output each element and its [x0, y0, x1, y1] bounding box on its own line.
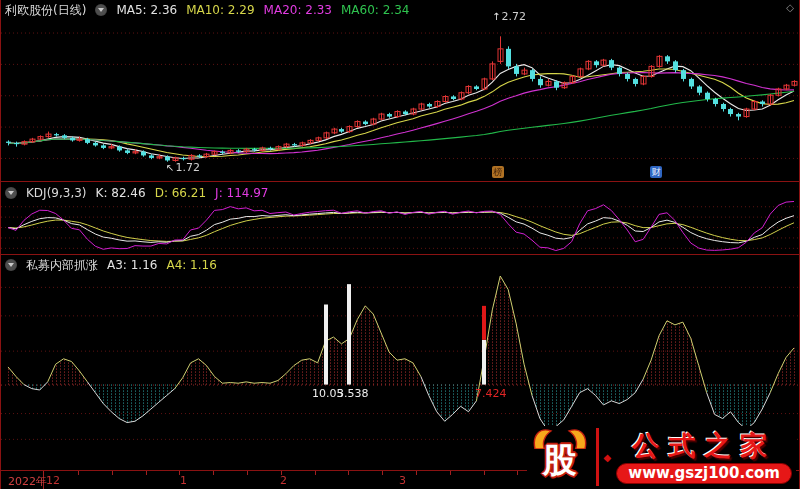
axis-month-label: 3 [399, 474, 406, 487]
ma60-value: MA60: 2.34 [341, 3, 409, 17]
brand-watermark[interactable]: 股 ◆ 公式之家 www.gszj100.com [527, 426, 796, 488]
brand-url[interactable]: www.gszj100.com [616, 463, 792, 484]
brand-character: 股 [543, 440, 577, 480]
kdj-panel-header: KDJ(9,3,3) K: 82.46 D: 66.21 J: 114.97 [5, 186, 268, 200]
ma20-value: MA20: 2.33 [264, 3, 332, 17]
kdj-j-value: J: 114.97 [215, 186, 268, 200]
signal-bar-label-2: 3.538 [337, 387, 369, 400]
bull-logo: 股 [531, 428, 589, 486]
main-panel-header: 利欧股份(日线) MA5: 2.36 MA10: 2.29 MA20: 2.33… [5, 3, 409, 17]
low-price-marker: ↖1.72 [166, 161, 200, 174]
chart-canvas[interactable] [0, 0, 800, 489]
sub-panel-header: 私募内部抓涨 A3: 1.16 A4: 1.16 [5, 258, 217, 272]
kdj-title: KDJ(9,3,3) [26, 186, 87, 200]
ma10-value: MA10: 2.29 [186, 3, 254, 17]
sub-a3-value: A3: 1.16 [107, 258, 157, 272]
bang-badge[interactable]: 榜 [492, 166, 504, 178]
cai-badge[interactable]: 财 [650, 166, 662, 178]
axis-month-label: 2 [280, 474, 287, 487]
logo-divider [596, 428, 599, 486]
ma5-value: MA5: 2.36 [116, 3, 177, 17]
axis-month-label: 12 [46, 474, 60, 487]
low-price-value: 1.72 [175, 161, 200, 174]
kdj-k-value: K: 82.46 [96, 186, 146, 200]
brand-name: 公式之家 [632, 430, 776, 462]
up-left-arrow-icon: ↖ [166, 162, 174, 173]
chart-window: 利欧股份(日线) MA5: 2.36 MA10: 2.29 MA20: 2.33… [0, 0, 800, 489]
up-arrow-icon: ↑ [492, 11, 500, 22]
signal-bar-label-3: 7.424 [475, 387, 507, 400]
kdj-d-value: D: 66.21 [155, 186, 206, 200]
stock-title: 利欧股份(日线) [5, 3, 86, 17]
collapse-main-icon[interactable] [95, 4, 107, 16]
collapse-kdj-icon[interactable] [5, 187, 17, 199]
sub-a4-value: A4: 1.16 [166, 258, 216, 272]
collapse-sub-icon[interactable] [5, 259, 17, 271]
sub-title: 私募内部抓涨 [26, 258, 98, 272]
corner-diamond-icon[interactable]: ◇ [786, 2, 794, 13]
high-price-value: 2.72 [501, 10, 526, 23]
axis-month-label: 1 [180, 474, 187, 487]
high-price-marker: ↑2.72 [492, 10, 526, 23]
diamond-icon: ◆ [604, 452, 612, 463]
axis-year-label: 2022年 [8, 474, 47, 489]
